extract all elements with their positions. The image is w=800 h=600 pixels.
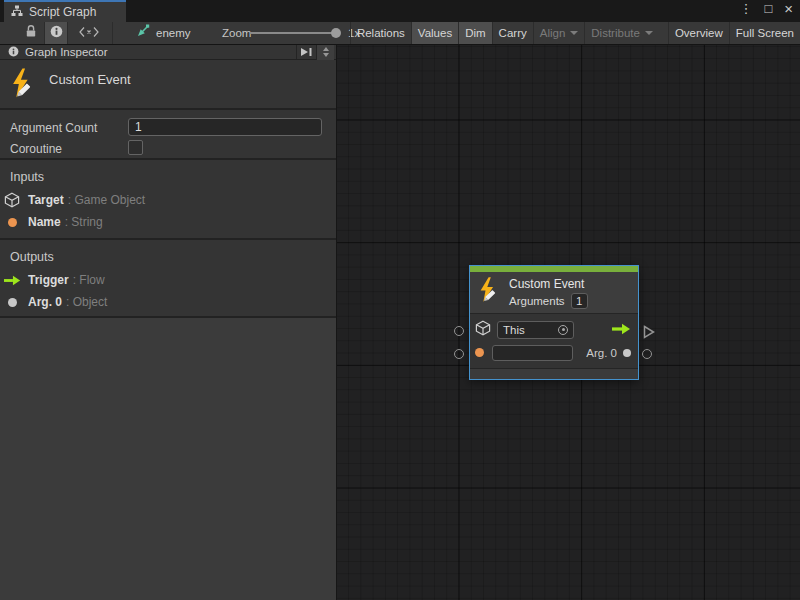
target-port-row: This xyxy=(470,318,638,341)
name-port-row: Arg. 0 xyxy=(470,341,638,364)
info-icon xyxy=(8,43,19,61)
carry-button[interactable]: Carry xyxy=(492,22,533,44)
menu-icon[interactable]: ⋮ xyxy=(739,0,752,18)
toolbar-button-group: Relations Values Dim Carry Align Distrib… xyxy=(350,22,800,44)
game-object-cube-icon xyxy=(475,320,491,340)
inputs-section: Inputs Target : Game Object Name : Strin… xyxy=(0,160,336,240)
align-dropdown[interactable]: Align xyxy=(533,22,585,44)
info-icon xyxy=(50,24,63,42)
close-icon[interactable]: × xyxy=(784,0,793,18)
node-body: This Arg. 0 xyxy=(470,314,638,366)
window-controls: ⋮ □ × xyxy=(739,0,793,18)
object-port-icon xyxy=(8,298,17,307)
game-object-cube-icon xyxy=(0,192,24,208)
chevron-down-icon xyxy=(570,31,578,35)
graph-name: enemy xyxy=(156,27,191,39)
dock-panel-button[interactable] xyxy=(296,45,316,59)
event-title: Custom Event xyxy=(49,72,131,87)
lock-button[interactable] xyxy=(18,22,44,44)
argument-count-field[interactable]: 1 xyxy=(128,118,322,136)
output-port-arg0[interactable] xyxy=(642,349,652,359)
tab-title: Script Graph xyxy=(29,5,96,19)
graph-hierarchy-icon xyxy=(11,3,23,21)
flow-arrow-icon xyxy=(0,275,24,286)
input-port-name[interactable] xyxy=(454,349,464,359)
output-port-trigger[interactable] xyxy=(643,325,655,343)
custom-event-icon xyxy=(10,68,37,104)
graph-breadcrumb[interactable]: enemy xyxy=(136,22,191,44)
distribute-dropdown[interactable]: Distribute xyxy=(584,22,659,44)
script-graph-window: Script Graph ⋮ □ × xyxy=(0,0,800,600)
graph-toolbar: enemy Zoom 1x Relations Values Dim Carry… xyxy=(0,22,800,45)
inspector-title: Graph Inspector xyxy=(25,46,296,58)
string-port-icon xyxy=(8,218,17,227)
arg0-label: Arg. 0 xyxy=(586,347,617,359)
coroutine-label: Coroutine xyxy=(10,142,62,156)
port-row-trigger: Trigger : Flow xyxy=(0,269,336,291)
inputs-header: Inputs xyxy=(0,160,336,189)
inspector-toggle-button[interactable] xyxy=(44,22,68,44)
string-port-icon xyxy=(475,348,484,357)
full-screen-button[interactable]: Full Screen xyxy=(729,22,800,44)
spinner-up-icon[interactable] xyxy=(323,47,329,51)
code-brackets-icon xyxy=(78,24,100,42)
custom-event-icon xyxy=(478,277,501,308)
inspector-header: Graph Inspector xyxy=(0,45,336,60)
event-settings-section: Argument Count 1 Coroutine xyxy=(0,110,336,160)
overview-button[interactable]: Overview xyxy=(668,22,729,44)
dock-arrow-icon xyxy=(300,46,313,58)
argument-count-label: Argument Count xyxy=(10,121,97,135)
arguments-count-box: 1 xyxy=(571,293,588,309)
outputs-section: Outputs Trigger : Flow Arg. 0 : Object xyxy=(0,240,336,318)
port-row-arg0: Arg. 0 : Object xyxy=(0,291,336,313)
tab-script-graph[interactable]: Script Graph xyxy=(4,0,126,22)
event-title-section: Custom Event xyxy=(0,60,336,110)
coroutine-checkbox[interactable] xyxy=(128,140,143,155)
edit-source-button[interactable] xyxy=(68,22,110,44)
node-footer xyxy=(470,368,638,379)
script-graph-asset-icon xyxy=(136,24,150,42)
event-name-input[interactable] xyxy=(492,345,573,361)
lock-icon xyxy=(25,24,37,42)
tab-strip: Script Graph ⋮ □ × xyxy=(0,0,800,22)
node-header: Custom Event Arguments 1 xyxy=(470,272,638,314)
object-picker-icon[interactable] xyxy=(558,325,568,335)
arguments-label: Arguments xyxy=(509,295,565,307)
custom-event-node[interactable]: Custom Event Arguments 1 This xyxy=(469,265,639,380)
flow-arrow-icon xyxy=(612,321,631,339)
relations-button[interactable]: Relations xyxy=(350,22,411,44)
zoom-slider[interactable] xyxy=(250,32,338,34)
node-header-text: Custom Event Arguments 1 xyxy=(509,277,588,309)
target-object-select[interactable]: This xyxy=(497,321,574,339)
zoom-label: Zoom xyxy=(222,22,251,44)
spinner-down-icon[interactable] xyxy=(323,53,329,57)
chevron-down-icon xyxy=(645,31,653,35)
graph-inspector-panel: Graph Inspector xyxy=(0,45,337,600)
port-row-name: Name : String xyxy=(0,211,336,233)
panel-spinner xyxy=(316,45,334,60)
maximize-icon[interactable]: □ xyxy=(764,0,772,18)
port-row-target: Target : Game Object xyxy=(0,189,336,211)
outputs-header: Outputs xyxy=(0,240,336,269)
zoom-slider-knob[interactable] xyxy=(331,28,341,38)
toolbar-separator xyxy=(112,22,113,44)
dim-button[interactable]: Dim xyxy=(458,22,491,44)
node-title: Custom Event xyxy=(509,277,588,291)
object-port-icon xyxy=(623,349,631,357)
values-button[interactable]: Values xyxy=(411,22,458,44)
input-port-target[interactable] xyxy=(454,326,464,336)
